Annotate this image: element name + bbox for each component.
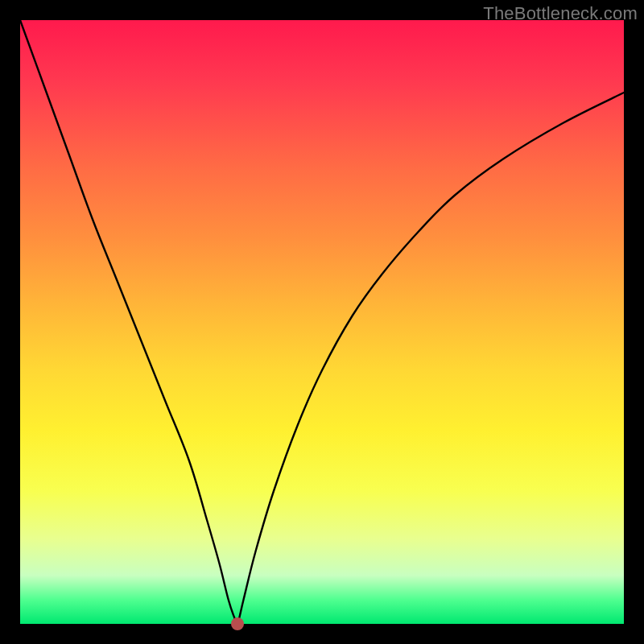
- curve-svg: [20, 20, 624, 624]
- chart-frame: TheBottleneck.com: [0, 0, 644, 644]
- watermark-text: TheBottleneck.com: [483, 3, 638, 24]
- plot-area: [20, 20, 624, 624]
- minimum-dot: [231, 617, 244, 630]
- bottleneck-curve: [20, 20, 624, 625]
